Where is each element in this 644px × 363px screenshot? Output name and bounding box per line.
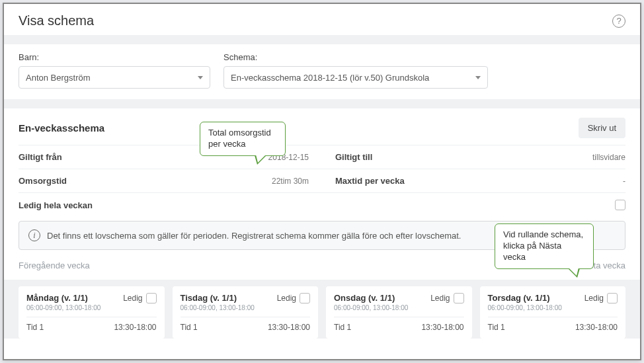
day-sub: 06:00-09:00, 13:00-18:00 <box>181 304 255 311</box>
day-sub: 06:00-09:00, 13:00-18:00 <box>26 304 101 311</box>
day-card-monday: Måndag (v. 1/1) 06:00-09:00, 13:00-18:00… <box>19 286 165 339</box>
off-week-checkbox[interactable] <box>615 200 625 210</box>
day-off-label: Ledig <box>277 294 296 303</box>
day-off-group: Ledig <box>584 293 618 303</box>
slot-time: 13:30-18:00 <box>575 323 618 332</box>
separator <box>4 99 640 108</box>
day-title: Onsdag (v. 1/1) <box>334 293 408 303</box>
off-week-label: Ledig hela veckan <box>19 200 93 210</box>
section-title-row: En-veckasschema Skriv ut <box>19 108 625 145</box>
maxtime-pair: Maxtid per vecka - <box>322 176 625 186</box>
valid-row: Giltigt från 2018-12-15 Giltigt till til… <box>19 145 625 169</box>
app-window: Visa schema ? Barn: Anton Bergström Sche… <box>3 3 641 360</box>
prev-week-link[interactable]: Föregående vecka <box>19 261 90 270</box>
schema-select-value: En-veckasschema 2018-12-15 (lör v.50) Gr… <box>231 73 429 83</box>
day-off-label: Ledig <box>584 294 604 303</box>
day-card-tuesday: Tisdag (v. 1/1) 06:00-09:00, 13:00-18:00… <box>173 286 319 339</box>
print-button[interactable]: Skriv ut <box>579 118 625 138</box>
day-off-checkbox[interactable] <box>607 293 618 303</box>
maxtime-label: Maxtid per vecka <box>335 176 405 186</box>
schema-filter-group: Schema: En-veckasschema 2018-12-15 (lör … <box>223 52 488 89</box>
caretime-label: Omsorgstid <box>19 176 67 186</box>
slot-label: Tid 1 <box>181 323 198 332</box>
chevron-down-icon <box>475 76 481 79</box>
child-label: Barn: <box>19 52 210 62</box>
slot-label: Tid 1 <box>334 323 351 332</box>
day-card-thursday: Torsdag (v. 1/1) 06:00-09:00, 13:00-18:0… <box>480 286 626 339</box>
chevron-down-icon <box>198 76 203 79</box>
child-select[interactable]: Anton Bergström <box>19 66 210 89</box>
page-title: Visa schema <box>19 13 94 28</box>
callout-line: Total omsorgstid <box>208 128 277 139</box>
valid-from-label: Giltigt från <box>19 152 62 162</box>
day-off-label: Ledig <box>430 294 450 303</box>
info-banner-text: Det finns ett lovschema som gäller för p… <box>47 231 461 241</box>
callout-line: Vid rullande schema, <box>503 229 585 241</box>
day-off-group: Ledig <box>277 293 310 303</box>
callout-tail-icon <box>255 155 266 165</box>
caretime-row: Omsorgstid 22tim 30m Maxtid per vecka - <box>19 169 625 192</box>
day-title: Måndag (v. 1/1) <box>26 293 101 303</box>
day-sub: 06:00-09:00, 13:00-18:00 <box>334 304 408 311</box>
day-off-checkbox[interactable] <box>454 293 464 303</box>
valid-to-pair: Giltigt till tillsvidare <box>322 152 625 162</box>
slot-time: 13:30-18:00 <box>421 323 463 332</box>
schema-label: Schema: <box>223 52 488 62</box>
day-off-group: Ledig <box>123 293 156 303</box>
slot-time: 13:30-18:00 <box>268 323 310 332</box>
day-card-wednesday: Onsdag (v. 1/1) 06:00-09:00, 13:00-18:00… <box>326 286 472 339</box>
caretime-pair: Omsorgstid 22tim 30m <box>19 176 322 186</box>
maxtime-value: - <box>623 177 625 186</box>
day-title: Torsdag (v. 1/1) <box>488 293 562 303</box>
slot-label: Tid 1 <box>488 323 505 332</box>
separator <box>4 280 640 286</box>
day-sub: 06:00-09:00, 13:00-18:00 <box>488 304 562 311</box>
valid-to-value: tillsvidare <box>592 153 625 162</box>
callout-line: klicka på Nästa vecka <box>503 241 585 263</box>
days-row: Måndag (v. 1/1) 06:00-09:00, 13:00-18:00… <box>4 286 640 339</box>
callout-tail-icon <box>568 268 580 278</box>
callout-line: per vecka <box>208 139 277 150</box>
callout-caretime: Total omsorgstid per vecka <box>200 122 286 156</box>
slot-label: Tid 1 <box>26 323 44 332</box>
day-off-checkbox[interactable] <box>300 293 310 303</box>
info-icon: i <box>28 229 40 241</box>
day-off-checkbox[interactable] <box>146 293 157 303</box>
separator <box>4 35 640 44</box>
header: Visa schema ? <box>4 4 640 35</box>
day-off-label: Ledig <box>123 294 142 303</box>
filters-row: Barn: Anton Bergström Schema: En-veckass… <box>4 44 640 99</box>
slot-time: 13:30-18:00 <box>114 323 156 332</box>
caretime-value: 22tim 30m <box>272 177 309 186</box>
schema-select[interactable]: En-veckasschema 2018-12-15 (lör v.50) Gr… <box>223 66 488 89</box>
day-off-group: Ledig <box>430 293 463 303</box>
section-title: En-veckasschema <box>19 122 104 134</box>
valid-to-label: Giltigt till <box>335 152 372 162</box>
child-select-value: Anton Bergström <box>26 73 91 83</box>
help-icon[interactable]: ? <box>612 15 625 28</box>
child-filter-group: Barn: Anton Bergström <box>19 52 210 89</box>
day-title: Tisdag (v. 1/1) <box>181 293 255 303</box>
callout-nextweek: Vid rullande schema, klicka på Nästa vec… <box>495 223 594 269</box>
off-week-row: Ledig hela veckan <box>19 192 625 217</box>
